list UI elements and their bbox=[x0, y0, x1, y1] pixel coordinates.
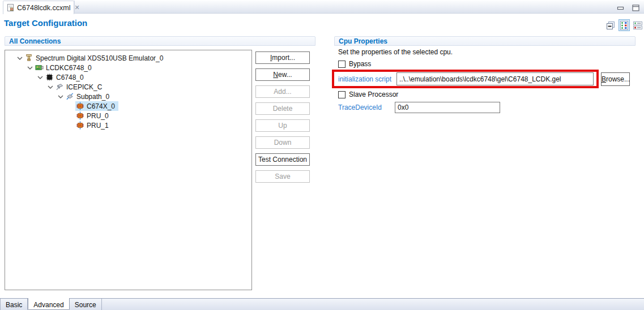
maximize-view-icon[interactable] bbox=[632, 3, 639, 14]
tree-item-label: C6748_0 bbox=[56, 74, 85, 81]
bypass-checkbox[interactable] bbox=[338, 61, 346, 68]
target-configuration-editor: C6748lcdk.ccxml ✕ Target Configuration bbox=[0, 0, 644, 310]
tree-item-subpath[interactable]: Subpath_0 bbox=[5, 92, 251, 101]
down-button-label: Down bbox=[256, 139, 309, 147]
chevron-down-icon[interactable] bbox=[15, 55, 24, 62]
chevron-down-icon[interactable] bbox=[56, 93, 65, 100]
tree-item-label: ICEPICK_C bbox=[66, 83, 103, 91]
tree-item-pru0[interactable]: PRU_0 bbox=[5, 111, 251, 120]
tree-item-label: LCDKC6748_0 bbox=[46, 64, 93, 72]
icepick-router-icon bbox=[55, 83, 64, 92]
cpu-core-icon bbox=[75, 111, 84, 120]
down-button[interactable]: Down bbox=[255, 136, 310, 149]
tree-item-label: Spectrum Digital XDS510USB Emulator_0 bbox=[36, 54, 164, 62]
cpu-core-icon bbox=[75, 102, 84, 111]
ccxml-file-icon bbox=[7, 3, 14, 12]
browse-button-label: Browse... bbox=[602, 75, 629, 83]
browse-button[interactable]: Browse... bbox=[601, 72, 630, 86]
trace-device-id-label: TraceDeviceId bbox=[338, 104, 382, 111]
delete-button[interactable]: Delete bbox=[255, 102, 310, 115]
test-connection-button[interactable]: Test Connection bbox=[255, 153, 310, 166]
up-button-label: Up bbox=[256, 122, 309, 130]
subpath-icon bbox=[65, 92, 74, 101]
tree-item-pru1[interactable]: PRU_1 bbox=[5, 120, 251, 130]
two-column-layout-icon[interactable] bbox=[619, 19, 630, 31]
editor-tab-bar-empty bbox=[74, 1, 644, 14]
editor-window-controls bbox=[617, 3, 639, 14]
initialization-script-input[interactable] bbox=[396, 72, 594, 85]
save-button-label: Save bbox=[256, 173, 309, 180]
tab-basic-label: Basic bbox=[6, 301, 22, 309]
slave-processor-checkbox[interactable] bbox=[338, 91, 346, 98]
row-layout-icon[interactable] bbox=[632, 19, 643, 31]
trace-device-id-input[interactable] bbox=[395, 102, 500, 113]
tree-item-label: Subpath_0 bbox=[76, 93, 110, 101]
add-button-label: Add... bbox=[256, 88, 309, 96]
page-title: Target Configuration bbox=[4, 18, 87, 28]
bypass-row: Bypass bbox=[338, 60, 371, 68]
slave-processor-label: Slave Processor bbox=[349, 91, 398, 98]
tree-item-icepick[interactable]: ICEPICK_C bbox=[5, 82, 251, 92]
tree-item-emulator[interactable]: Spectrum Digital XDS510USB Emulator_0 bbox=[5, 53, 251, 63]
import-button[interactable]: Import... bbox=[255, 51, 310, 64]
up-button[interactable]: Up bbox=[255, 119, 310, 132]
tab-basic[interactable]: Basic bbox=[0, 299, 28, 310]
delete-button-label: Delete bbox=[256, 105, 309, 113]
save-button[interactable]: Save bbox=[255, 170, 310, 183]
collapse-panes-icon[interactable] bbox=[605, 19, 616, 31]
minimize-view-icon[interactable] bbox=[617, 3, 624, 14]
bottom-tab-bar: Basic Advanced Source bbox=[0, 298, 644, 310]
editor-tab-c6748lcdk[interactable]: C6748lcdk.ccxml ✕ bbox=[3, 1, 74, 14]
tab-advanced-label: Advanced bbox=[33, 301, 63, 309]
cpu-properties-description: Set the properties of the selected cpu. bbox=[338, 48, 453, 56]
tab-advanced[interactable]: Advanced bbox=[28, 298, 69, 310]
bypass-label: Bypass bbox=[349, 60, 371, 68]
device-chip-icon bbox=[45, 73, 54, 82]
add-button[interactable]: Add... bbox=[255, 85, 310, 98]
cpu-properties-header: Cpu Properties bbox=[334, 36, 636, 46]
tree-item-label: PRU_1 bbox=[87, 122, 110, 130]
board-icon bbox=[35, 63, 44, 72]
cpu-core-icon bbox=[75, 121, 84, 130]
tab-source[interactable]: Source bbox=[70, 299, 102, 310]
emulator-pod-icon bbox=[24, 54, 33, 63]
initialization-script-label: initialization script bbox=[338, 75, 391, 83]
connections-tree: Spectrum Digital XDS510USB Emulator_0 LC… bbox=[5, 50, 252, 290]
import-button-label: Import... bbox=[256, 54, 309, 62]
tree-item-label: C674X_0 bbox=[87, 102, 116, 110]
chevron-down-icon[interactable] bbox=[25, 64, 35, 71]
tree-item-lcdkc6748[interactable]: LCDKC6748_0 bbox=[5, 63, 251, 72]
tree-item-label: PRU_0 bbox=[87, 112, 110, 120]
test-connection-button-label: Test Connection bbox=[256, 156, 309, 163]
slave-processor-row: Slave Processor bbox=[338, 91, 398, 98]
new-button[interactable]: New... bbox=[255, 68, 310, 81]
all-connections-header: All Connections bbox=[5, 36, 315, 46]
tree-item-c6748[interactable]: C6748_0 bbox=[5, 72, 251, 82]
section-layout-toolbar bbox=[605, 19, 643, 31]
tree-item-c674x[interactable]: C674X_0 bbox=[5, 101, 251, 111]
editor-tab-bar: C6748lcdk.ccxml ✕ bbox=[0, 0, 644, 14]
new-button-label: New... bbox=[256, 71, 309, 79]
tab-close-icon[interactable]: ✕ bbox=[73, 4, 80, 11]
tab-source-label: Source bbox=[75, 301, 96, 309]
editor-tab-title: C6748lcdk.ccxml bbox=[17, 4, 70, 12]
chevron-down-icon[interactable] bbox=[36, 74, 45, 81]
chevron-down-icon[interactable] bbox=[46, 84, 55, 91]
